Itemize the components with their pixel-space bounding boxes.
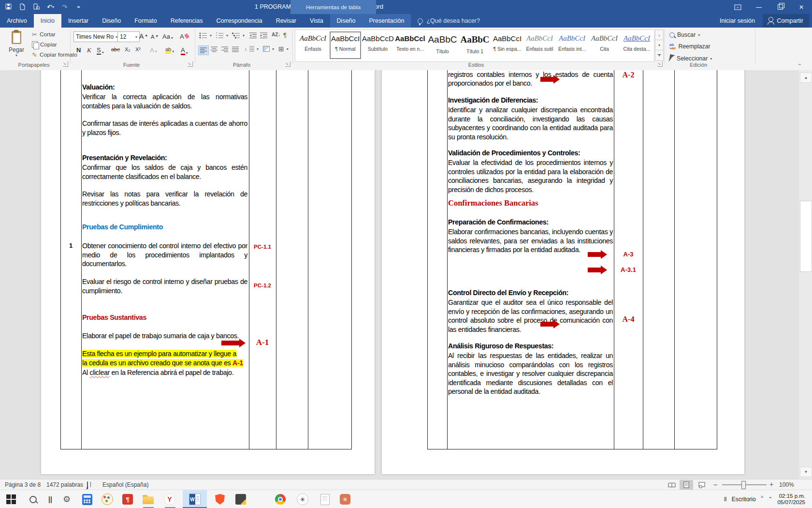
gallery-scroll-down-icon[interactable]: ▾	[655, 40, 664, 51]
taskbar-clock[interactable]: 02:15 p.m. 05/07/2025	[777, 493, 805, 506]
reference-a-2[interactable]: A-2	[614, 71, 643, 79]
tab-vista[interactable]: Vista	[303, 14, 330, 28]
style-cita[interactable]: AaBbCcI Cita	[589, 31, 620, 59]
style-enfasis-sutil[interactable]: AaBbCcI Énfasis sutil	[524, 31, 555, 59]
scroll-down-icon[interactable]: ▼	[800, 467, 812, 477]
web-layout-button[interactable]	[695, 480, 709, 490]
restore-icon[interactable]	[769, 0, 791, 14]
tab-formato[interactable]: Formato	[128, 14, 164, 28]
reference-pc-1-1[interactable]: PC-1.1	[249, 244, 276, 250]
zoom-out-icon[interactable]: −	[713, 480, 718, 489]
gallery-more-icon[interactable]: ▾	[655, 50, 664, 61]
calculator-icon[interactable]	[81, 493, 93, 505]
chatgpt-icon[interactable]: ✳	[297, 493, 308, 505]
font-color-button[interactable]: A▾	[181, 46, 188, 55]
tab-diseno[interactable]: Diseño	[95, 14, 128, 28]
word-count[interactable]: 1472 palabras	[46, 481, 83, 488]
reference-a-1[interactable]: A-1	[249, 338, 276, 347]
page-indicator[interactable]: Página 3 de 8	[5, 481, 41, 488]
desktop-toolbar-label[interactable]: Escritorio	[732, 496, 756, 503]
new-document-icon[interactable]	[19, 3, 26, 11]
paste-button[interactable]: Pegar ▾	[3, 30, 29, 62]
share-button[interactable]: Compartir	[763, 14, 809, 28]
copy-button[interactable]: Copiar	[32, 41, 57, 48]
zoom-in-icon[interactable]: +	[769, 480, 773, 488]
numbered-list-button[interactable]: ▾	[216, 32, 228, 39]
style-sin-espaciado[interactable]: AaBbCcI ¶ Sin espa...	[492, 31, 523, 59]
print-layout-button[interactable]	[680, 480, 693, 490]
claude-icon[interactable]: ✳	[339, 493, 351, 505]
reference-a-3[interactable]: A-3	[614, 251, 643, 258]
undo-icon[interactable]: ↶▾	[47, 3, 54, 11]
tab-referencias[interactable]: Referencias	[164, 14, 210, 28]
tab-correspondencia[interactable]: Correspondencia	[209, 14, 269, 28]
bullet-list-button[interactable]: ▾	[199, 32, 212, 39]
style-titulo[interactable]: AaBbC Título	[427, 31, 458, 59]
styles-dialog-launcher[interactable]: ↘	[657, 61, 663, 67]
language-indicator[interactable]: Español (España)	[102, 481, 148, 488]
tab-tabla-presentacion[interactable]: Presentación	[362, 14, 411, 28]
align-center-button[interactable]	[211, 46, 218, 52]
find-button[interactable]: Buscar▾	[669, 31, 700, 38]
sign-in-link[interactable]: Iniciar sesión	[720, 14, 755, 28]
shrink-font-button[interactable]: A▼	[151, 34, 159, 40]
select-button[interactable]: Seleccionar▾	[669, 55, 712, 62]
align-right-button[interactable]	[221, 46, 228, 52]
tab-revisar[interactable]: Revisar	[269, 14, 303, 28]
superscript-button[interactable]: X²	[135, 46, 141, 52]
reference-pc-1-2[interactable]: PC-1.2	[249, 283, 276, 288]
paint-icon[interactable]	[102, 493, 113, 505]
sort-button[interactable]: AZ↓	[272, 32, 280, 37]
chrome-icon[interactable]	[275, 493, 286, 505]
style-cita-destacada[interactable]: AaBbCcI Cita desta...	[621, 31, 652, 59]
font-size-combobox[interactable]: 12▾	[117, 31, 140, 42]
cut-button[interactable]: ✂ Cortar	[32, 31, 56, 38]
highlight-color-button[interactable]: ab▾	[165, 46, 174, 54]
style-subtitulo[interactable]: AaBbCcD Subtítulo	[362, 31, 393, 59]
tab-tabla-diseno[interactable]: Diseño	[330, 14, 362, 28]
save-icon[interactable]	[5, 3, 12, 11]
sticky-notes-icon[interactable]	[235, 493, 246, 505]
toolbar-handle-icon[interactable]: ‖	[724, 496, 727, 503]
ribbon-display-options-icon[interactable]	[727, 0, 748, 14]
decrease-indent-button[interactable]	[249, 32, 257, 39]
customize-qat-icon[interactable]: ≖	[75, 3, 82, 11]
strikethrough-button[interactable]: abe	[111, 46, 120, 52]
multilevel-list-button[interactable]: ▾	[232, 32, 245, 39]
start-button-icon[interactable]	[5, 493, 17, 505]
reference-a-3-1[interactable]: A-3.1	[614, 266, 643, 273]
print-preview-icon[interactable]	[33, 3, 40, 11]
zoom-level[interactable]: 100%	[779, 481, 794, 488]
clear-formatting-button[interactable]: A	[180, 33, 188, 40]
gallery-scroll-up-icon[interactable]: ▴	[655, 30, 664, 41]
tab-archivo[interactable]: Archivo	[0, 14, 34, 28]
scrollbar-thumb[interactable]	[800, 201, 812, 272]
settings-gear-icon[interactable]: ⚙	[61, 493, 72, 505]
borders-button[interactable]: ⊞▾	[278, 45, 289, 53]
style-titulo-1[interactable]: AaBbC Título 1	[459, 31, 491, 59]
line-spacing-button[interactable]: ↕ ▾	[245, 46, 259, 52]
shading-button[interactable]: ▾	[263, 46, 274, 52]
zoom-slider-thumb[interactable]	[741, 481, 746, 489]
taskbar-search-icon[interactable]	[27, 493, 39, 505]
font-name-combobox[interactable]: Times New Ro▾	[73, 31, 120, 42]
vertical-scrollbar[interactable]: ▲ ▼	[799, 70, 812, 479]
tab-inicio[interactable]: Inicio	[34, 14, 61, 28]
text-effects-button[interactable]: A▾	[150, 46, 157, 54]
notepad-icon[interactable]	[319, 493, 331, 505]
justify-button[interactable]	[232, 46, 239, 52]
toolbar-expand-icon[interactable]: »	[761, 494, 764, 499]
underline-button[interactable]: S▾	[97, 46, 104, 55]
word-app-icon[interactable]	[189, 493, 201, 505]
yandex-browser-icon[interactable]: Y	[164, 493, 175, 505]
increase-indent-button[interactable]	[260, 32, 267, 39]
reference-a-4[interactable]: A-4	[614, 315, 643, 324]
tell-me-search[interactable]: ¿Qué desea hacer?	[418, 14, 480, 28]
red-utility-app-icon[interactable]: ¶	[122, 493, 133, 505]
style-enfasis[interactable]: AaBbCcI Énfasis	[297, 31, 329, 59]
change-case-button[interactable]: Aa▾	[162, 33, 173, 40]
bold-button[interactable]: N	[76, 46, 81, 54]
read-mode-button[interactable]	[665, 480, 679, 490]
show-marks-button[interactable]: ¶	[283, 31, 287, 39]
style-normal[interactable]: AaBbCcI ¶ Normal	[330, 31, 361, 59]
